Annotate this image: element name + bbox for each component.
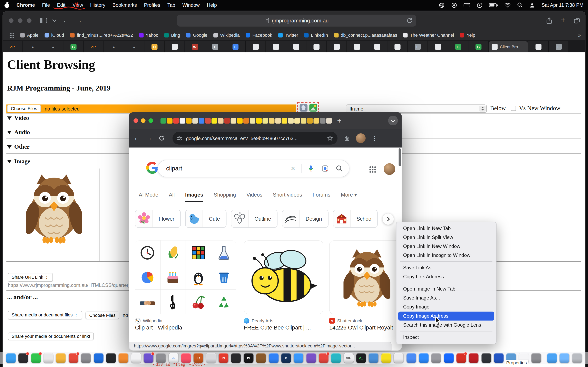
dock-app-icon[interactable]	[256, 353, 266, 363]
tab[interactable]: ▲	[23, 41, 43, 52]
tab[interactable]	[367, 41, 387, 52]
popup-tab[interactable]	[192, 118, 198, 124]
chips-scroll-right-button[interactable]	[382, 213, 394, 225]
context-item-open-link-in-incognito-window[interactable]: Open Link in Incognito Window	[396, 251, 496, 260]
tab[interactable]: W	[185, 41, 205, 52]
iframe-target-select[interactable]: Iframe	[346, 104, 487, 113]
dock-app-icon[interactable]: A	[169, 353, 178, 363]
search-input[interactable]: clipart ×	[157, 160, 349, 177]
vs-new-window-checkbox[interactable]	[511, 106, 516, 111]
tab[interactable]: G	[468, 41, 489, 52]
results-tab-videos[interactable]: Videos	[246, 192, 262, 202]
context-item-open-link-in-new-tab[interactable]: Open Link in New Tab	[396, 224, 496, 233]
tab[interactable]: L	[549, 41, 569, 52]
tab[interactable]	[164, 41, 185, 52]
dock-app-icon[interactable]	[531, 353, 541, 363]
popup-tab[interactable]	[288, 118, 294, 124]
tab[interactable]: L	[205, 41, 225, 52]
site-settings-icon[interactable]	[177, 135, 183, 141]
dock-app-icon[interactable]	[481, 353, 491, 363]
popup-tab[interactable]	[173, 118, 179, 124]
popup-tab[interactable]	[320, 118, 326, 124]
section-video[interactable]: Video	[7, 115, 29, 121]
back-button[interactable]: ←	[63, 17, 69, 24]
popup-tab[interactable]	[243, 118, 249, 124]
tab[interactable]: G	[448, 41, 468, 52]
popup-tab[interactable]	[314, 118, 319, 124]
menu-tab[interactable]: Tab	[167, 2, 175, 8]
dock-app-icon[interactable]	[306, 353, 316, 363]
results-tab-ai-mode[interactable]: AI Mode	[139, 192, 158, 202]
popup-tab[interactable]	[326, 118, 332, 124]
tab[interactable]	[428, 41, 448, 52]
dock-app-icon[interactable]	[294, 353, 303, 363]
apple-menu-icon[interactable]	[4, 2, 9, 8]
context-item-inspect[interactable]: Inspect	[396, 333, 496, 342]
dock-app-icon[interactable]	[106, 353, 116, 363]
dock-app-icon[interactable]	[494, 353, 504, 363]
tab[interactable]	[528, 41, 549, 52]
results-tab-images[interactable]: Images	[185, 192, 203, 202]
result-image-bee-clipart[interactable]	[244, 240, 323, 314]
bookmark-the-weather-channel[interactable]: The Weather Channel	[403, 33, 454, 38]
dock-app-icon[interactable]	[231, 353, 241, 363]
popup-tab[interactable]	[301, 118, 306, 124]
forward-button[interactable]: →	[76, 17, 82, 24]
result-title[interactable]: Clip art - Wikipedia	[135, 324, 182, 331]
dock-app-icon[interactable]	[156, 353, 166, 363]
popup-tab[interactable]	[218, 118, 224, 124]
tab[interactable]	[387, 41, 407, 52]
dock-app-icon[interactable]	[131, 353, 141, 363]
menu-bookmarks[interactable]: Bookmarks	[112, 2, 137, 8]
context-item-copy-image[interactable]: Copy Image	[396, 303, 496, 312]
dock-app-icon[interactable]: N	[219, 353, 228, 363]
close-window-button[interactable]	[9, 18, 13, 23]
chip-design[interactable]: Design	[282, 210, 328, 228]
menu-edit[interactable]: Edit	[57, 2, 65, 8]
bookmark-linkedin[interactable]: LinkedIn	[304, 33, 328, 38]
dock-app-icon[interactable]	[432, 353, 441, 363]
minimize-window-button[interactable]	[18, 18, 22, 23]
section-image[interactable]: Image	[7, 158, 30, 165]
dock-app-icon[interactable]	[43, 353, 53, 363]
dock-app-icon[interactable]	[444, 353, 454, 363]
keyboard-icon[interactable]	[464, 2, 470, 8]
dock-app-icon[interactable]	[94, 353, 103, 363]
share-media-choose-files-button[interactable]: Choose Files	[86, 311, 119, 319]
minimize-window-button[interactable]	[141, 118, 146, 123]
gallery-icon[interactable]	[309, 104, 317, 111]
share-submit-button[interactable]: Share your media or documents or link!	[8, 333, 94, 340]
menu-help[interactable]: Help	[207, 2, 217, 8]
context-item-copy-link-address[interactable]: Copy Link Address	[396, 272, 496, 281]
dock-app-icon[interactable]	[31, 353, 41, 363]
tab[interactable]: ▲	[104, 41, 124, 52]
back-button[interactable]: ←	[134, 134, 140, 142]
section-other[interactable]: Other	[7, 143, 30, 150]
bookmarks-overflow-chevron[interactable]: »	[578, 32, 585, 38]
chevron-down-icon[interactable]	[52, 18, 57, 22]
choose-files-button[interactable]: Choose Files	[7, 105, 41, 112]
popup-tab[interactable]	[237, 118, 243, 124]
dock-app-icon[interactable]	[269, 353, 278, 363]
tab[interactable]	[306, 41, 327, 52]
section-audio[interactable]: Audio	[7, 129, 30, 136]
dock-app-icon[interactable]	[381, 353, 391, 363]
status-circle-icon[interactable]	[451, 2, 457, 8]
dock-app-icon[interactable]	[394, 353, 404, 363]
results-tab-all[interactable]: All	[169, 192, 175, 202]
dock-app-icon[interactable]: AIR	[344, 353, 354, 363]
google-logo[interactable]	[146, 162, 158, 174]
results-tab-shopping[interactable]: Shopping	[214, 192, 236, 202]
scrollbar-thumb[interactable]	[398, 148, 401, 166]
result-source[interactable]: Pearly Arts	[244, 318, 273, 324]
dock-app-icon[interactable]	[469, 353, 479, 363]
share-url-link-button[interactable]: Share URL Link ：	[8, 273, 53, 282]
popup-tab[interactable]	[224, 118, 230, 124]
dock-app-icon[interactable]	[119, 353, 129, 363]
menu-view[interactable]: View	[72, 2, 83, 8]
chip-flower[interactable]: Flower	[135, 210, 181, 228]
apps-grid-icon[interactable]	[9, 33, 14, 38]
vpn-globe-icon[interactable]	[439, 2, 445, 8]
dock-finder-icon[interactable]	[6, 353, 16, 363]
tab[interactable]	[286, 41, 306, 52]
